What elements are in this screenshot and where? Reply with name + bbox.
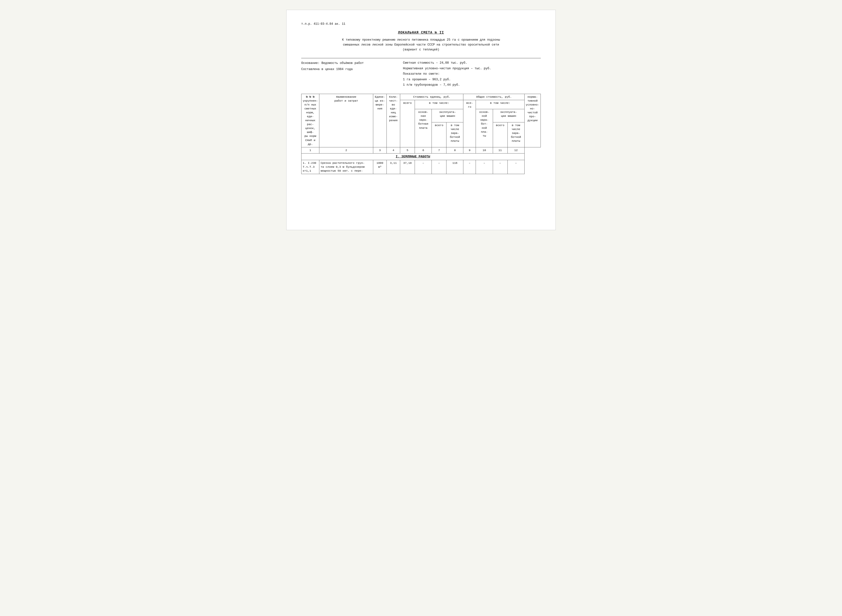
col-num-12: 12 (508, 147, 524, 153)
meta-right-line2: Нормативная условно-чистая продукция – т… (403, 66, 541, 72)
meta-right-line5: 1 п/м трубопроводов – 7,44 руб. (403, 82, 541, 88)
cell-cost-base: – (415, 160, 432, 174)
cell-total-mach: – (493, 160, 508, 174)
meta-section: Основание: Ведомость объёмов работ Соста… (301, 60, 541, 88)
col-num-11: 11 (493, 147, 508, 153)
col-header-tc-incl: в том числе: (476, 100, 524, 109)
meta-right: Сметная стоимость – 24,08 тыс. руб. Норм… (403, 60, 541, 88)
subtitle-line3: (вариант с теплицей) (301, 47, 541, 52)
subtitle-line1: К типовому проектному решению лесного пи… (301, 37, 541, 43)
col-header-uc-incl: в том числе: (415, 100, 464, 109)
cell-cost-all: 37,18 (400, 160, 415, 174)
table-header-row1: № № № укрупнен-п/п ных сметныхнорм, еди-… (301, 94, 541, 100)
col-header-total-cost: Общая стоимость, руб. (464, 94, 524, 100)
col-num-3: 3 (373, 147, 387, 153)
col-num-6: 6 (415, 147, 432, 153)
col-header-uc-mach: эксплуата-ции машин (432, 109, 464, 122)
col-num-1: 1 (301, 147, 319, 153)
col-header-uc-all: всего (400, 100, 415, 147)
document-title: ЛОКАЛЬНАЯ СМЕТА № II (301, 31, 541, 35)
meta-left-line2: Составлена в ценах 1984 года (301, 66, 393, 72)
col-num-4: 4 (387, 147, 400, 153)
col-header-tc-mach-w: в томчислезара-ботнойплаты (508, 122, 524, 147)
col-num-8: 8 (446, 147, 464, 153)
meta-right-line4: 1 га орошения – 963,2 руб. (403, 77, 541, 82)
cell-num: 1. I-230Т.ч.Т.3к=1,1 (301, 160, 319, 174)
top-reference: т.п.р. 411-03-4.84 ак. 11 (301, 22, 541, 26)
col-num-9: 9 (464, 147, 476, 153)
document-subtitle: К типовому проектному решению лесного пи… (301, 37, 541, 52)
cell-name: Срезка растительного грун-та слоем 0,3 м… (319, 160, 373, 174)
col-header-qty: Коли-чест-воеди-ницизме-рения (387, 94, 400, 147)
cell-norm: – (508, 160, 524, 174)
col-header-uc-mach-total: всего (432, 122, 446, 147)
col-header-unit-cost: Стоимость единиц, руб. (400, 94, 464, 100)
meta-right-line1: Сметная стоимость – 24,08 тыс. руб. (403, 60, 541, 66)
table-col-numbers: 1 2 3 4 5 6 7 8 9 10 11 12 (301, 147, 541, 153)
col-num-7: 7 (432, 147, 446, 153)
meta-left-line1: Основание: Ведомость объёмов работ (301, 60, 393, 66)
col-num-10: 10 (476, 147, 493, 153)
cell-cost-mach: – (432, 160, 446, 174)
cell-total-all: – (464, 160, 476, 174)
col-header-tc-base: основ-нойзара-бот-нойпла-ты (476, 109, 493, 147)
subtitle-line2: смешанных лесов лесной зоны Европейской … (301, 43, 541, 47)
section1-title: I. ЗЕМЛЯНЫЕ РАБОТЫ (301, 153, 525, 160)
col-header-tc-mach-total: всего (493, 122, 508, 147)
col-header-uc-mach-w: в томчислезара-ботнойплаты (446, 122, 464, 147)
col-header-tc-all: все-го (464, 100, 476, 147)
document-page: т.п.р. 411-03-4.84 ак. 11 ЛОКАЛЬНАЯ СМЕТ… (286, 10, 556, 230)
col-header-unit: Едини-ца из-мере-ния (373, 94, 387, 147)
section1-title-row: I. ЗЕМЛЯНЫЕ РАБОТЫ (301, 153, 541, 160)
cell-unit: 1000м³ (373, 160, 387, 174)
main-table: № № № укрупнен-п/п ных сметныхнорм, еди-… (301, 94, 541, 174)
cell-qty: 3,11 (387, 160, 400, 174)
col-header-num: № № № укрупнен-п/п ных сметныхнорм, еди-… (301, 94, 319, 147)
cell-total-base: – (476, 160, 493, 174)
col-header-norm: норма-тивнойусловно-но-чистойпро-дукции (524, 94, 541, 147)
meta-right-line3: Показатели по смете: (403, 71, 541, 77)
table-row: 1. I-230Т.ч.Т.3к=1,1 Срезка растительног… (301, 160, 541, 174)
meta-left: Основание: Ведомость объёмов работ Соста… (301, 60, 393, 88)
col-header-uc-base: основ-наязара-ботнаяплата (415, 109, 432, 147)
cell-cost-mach-w: 116 (446, 160, 464, 174)
col-num-2: 2 (319, 147, 373, 153)
col-header-name: Наименованиеработ и затрат (319, 94, 373, 147)
col-num-5: 5 (400, 147, 415, 153)
col-header-tc-mach: эксплуата-ции машин (493, 109, 524, 122)
